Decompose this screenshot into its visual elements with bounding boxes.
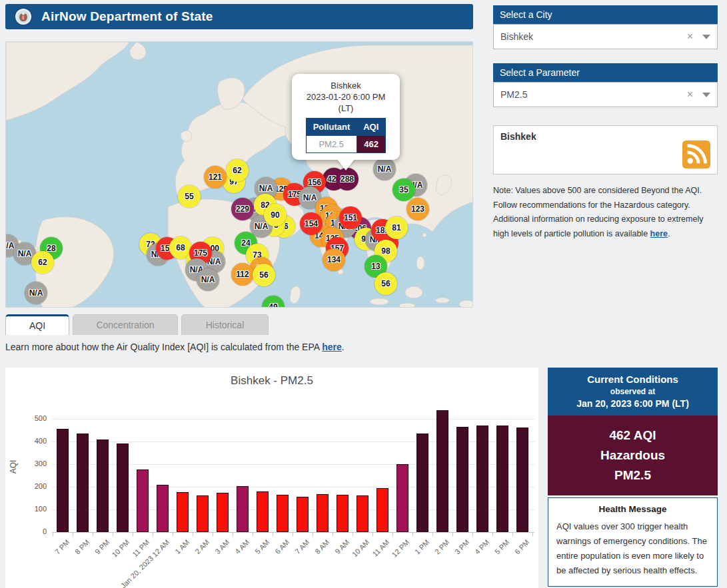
parameter-select-header: Select a Parameter [493, 63, 718, 82]
tooltip-col-aqi: AQI [357, 119, 386, 136]
chart-bar[interactable] [177, 492, 189, 532]
map-marker[interactable]: 49 [262, 296, 285, 308]
map-marker[interactable]: 62 [226, 159, 249, 182]
dos-seal-icon [13, 7, 33, 27]
map-marker[interactable]: 134 [323, 248, 345, 271]
chart-bar[interactable] [496, 426, 508, 532]
chart-bar[interactable] [137, 469, 149, 532]
chart-title: Bishkek - PM2.5 [5, 374, 538, 388]
map-marker[interactable]: 121 [204, 166, 227, 188]
tooltip-arrow [337, 159, 355, 170]
chart-bar[interactable] [516, 428, 528, 532]
chart-x-tick [293, 532, 293, 536]
chart-x-tick [372, 532, 373, 536]
chart-gridline [52, 419, 534, 420]
chart-x-tick [313, 532, 313, 536]
map-marker[interactable]: 81 [385, 216, 408, 239]
map-marker[interactable]: 229 [231, 198, 254, 220]
chart-bar[interactable] [416, 434, 428, 532]
city-select[interactable]: Bishkek × [493, 24, 718, 49]
chart-x-tick [233, 532, 233, 536]
chart-x-tick [113, 532, 113, 536]
chart-bar[interactable] [376, 488, 388, 532]
chart-bar[interactable] [97, 440, 109, 532]
map-marker[interactable]: 154 [300, 212, 323, 235]
map-marker[interactable]: 62 [31, 251, 54, 274]
note-text: Note: Values above 500 are considered Be… [493, 184, 720, 241]
map-tooltip: Bishkek 2023-01-20 6:00 PM (LT) Pollutan… [292, 74, 400, 160]
chart-y-tick-label: 0 [17, 527, 47, 535]
map-marker[interactable]: 55 [178, 185, 201, 208]
note-suffix: . [668, 229, 670, 238]
chart-bar[interactable] [396, 464, 408, 532]
chart-bar[interactable] [337, 495, 349, 532]
chart-bar[interactable] [436, 410, 448, 532]
map-marker[interactable]: 56 [374, 272, 397, 295]
chart-bar[interactable] [476, 426, 488, 532]
map-marker[interactable]: 35 [392, 178, 415, 201]
chart-bar[interactable] [317, 494, 329, 532]
chart-bar[interactable] [277, 495, 289, 532]
map[interactable]: N/AN/A2862N/A559712162129N/A175428288156… [5, 41, 473, 308]
feed-title: Bishkek [500, 131, 710, 142]
city-dropdown-arrow-icon[interactable] [702, 35, 710, 39]
tooltip-col-pollutant: Pollutant [306, 119, 357, 136]
city-select-block: Select a City Bishkek × [493, 5, 718, 49]
chart-bar[interactable] [217, 493, 229, 532]
chart-bar[interactable] [57, 429, 69, 532]
map-marker[interactable]: 123 [406, 198, 429, 220]
note-prefix: Note: Values above 500 are considered Be… [493, 186, 703, 238]
cc-title: Current Conditions [552, 374, 714, 385]
map-marker[interactable]: 288 [336, 168, 359, 190]
chart-bar[interactable] [197, 495, 209, 532]
feed-card: Bishkek [493, 125, 718, 174]
parameter-dropdown-arrow-icon[interactable] [702, 93, 710, 97]
map-marker[interactable]: N/A [373, 158, 396, 180]
parameter-select-value: PM2.5 [500, 89, 687, 100]
map-marker[interactable]: 112 [231, 263, 254, 286]
chart-y-tick-label: 200 [17, 482, 47, 490]
map-marker[interactable]: 56 [253, 264, 275, 286]
chart-x-tick [333, 532, 333, 536]
chart-bar[interactable] [456, 427, 468, 532]
chart-bar[interactable] [237, 486, 249, 532]
tab-aqi[interactable]: AQI [5, 314, 69, 335]
chart-bar[interactable] [357, 495, 368, 532]
rss-icon[interactable] [682, 141, 710, 168]
map-marker[interactable]: N/A [197, 268, 219, 291]
markers-layer: N/AN/A2862N/A559712162129N/A175428288156… [6, 42, 472, 307]
health-message-text: AQI values over 300 trigger health warni… [556, 519, 709, 578]
chart-x-tick [452, 532, 453, 536]
chart-x-tick [432, 532, 433, 536]
chart-bar[interactable] [297, 497, 309, 532]
chart-bar[interactable] [257, 491, 269, 532]
map-marker[interactable]: 151 [339, 206, 362, 229]
learn-more-suffix: . [342, 342, 345, 352]
city-clear-icon[interactable]: × [687, 31, 693, 43]
tab-historical[interactable]: Historical [181, 314, 269, 335]
cc-pollutant: PM2.5 [548, 465, 718, 485]
note-here-link[interactable]: here [650, 229, 668, 238]
tab-concentration[interactable]: Concentration [73, 314, 178, 335]
chart-y-tick-label: 500 [17, 414, 47, 422]
tab-bar: AQI Concentration Historical [5, 314, 269, 335]
chart-bar[interactable] [157, 485, 169, 532]
cc-aqi-value: 462 AQI [548, 426, 718, 445]
chart-bar[interactable] [77, 434, 89, 532]
cc-aqi-block: 462 AQI Hazardous PM2.5 [548, 416, 718, 495]
learn-more-prefix: Learn more about how the Air Quality Ind… [5, 342, 322, 352]
learn-more-here-link[interactable]: here [322, 342, 342, 352]
tooltip-timezone: (LT) [297, 103, 394, 114]
city-select-header: Select a City [493, 5, 718, 24]
map-marker[interactable]: 90 [264, 204, 287, 226]
chart-bar[interactable] [117, 443, 129, 532]
chart-x-tick [153, 532, 153, 536]
chart-x-tick [392, 532, 393, 536]
map-marker[interactable]: N/A [25, 282, 47, 304]
chart-x-tick [412, 532, 413, 536]
app-header: AirNow Department of State [5, 4, 473, 29]
parameter-clear-icon[interactable]: × [687, 89, 693, 101]
parameter-select[interactable]: PM2.5 × [493, 82, 718, 107]
cc-datetime: Jan 20, 2023 6:00 PM (LT) [552, 398, 714, 409]
health-message-box: Health Message AQI values over 300 trigg… [548, 497, 718, 587]
